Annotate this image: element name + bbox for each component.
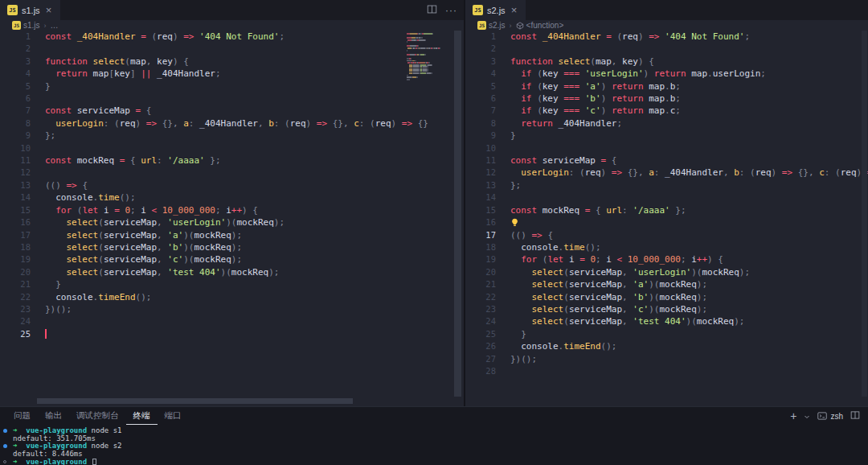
breadcrumb-item[interactable]: … — [51, 21, 59, 30]
line-number[interactable]: 2 — [0, 43, 31, 55]
line-number[interactable]: 10 — [0, 142, 31, 154]
line-number[interactable]: 14 — [0, 191, 31, 204]
code-line[interactable]: 5 if (key === 'a') return map.b; — [465, 80, 868, 93]
terminal-dropdown-icon[interactable] — [804, 409, 810, 423]
line-number[interactable]: 3 — [0, 56, 31, 68]
line-number[interactable]: 22 — [465, 291, 496, 303]
line-number[interactable]: 18 — [0, 241, 31, 253]
code-line[interactable]: 22 console.timeEnd(); — [0, 291, 464, 303]
code-line[interactable]: 19 for (let i = 0; i < 10_000_000; i++) … — [465, 253, 868, 265]
line-number[interactable]: 4 — [465, 68, 496, 80]
code-line[interactable]: 13}; — [465, 179, 868, 191]
line-number[interactable]: 5 — [465, 80, 496, 93]
code-line[interactable]: 23 select(serviceMap, 'c')(mockReq); — [465, 303, 868, 315]
line-number[interactable]: 7 — [465, 105, 496, 117]
code-line[interactable]: 16 select(serviceMap, 'userLogin')(mockR… — [0, 216, 464, 228]
breadcrumb-item[interactable]: JSs2.js — [477, 21, 506, 30]
lightbulb-icon[interactable] — [510, 218, 519, 227]
line-number[interactable]: 12 — [0, 167, 31, 179]
code-line[interactable]: 27})(); — [465, 353, 868, 365]
code-line[interactable]: 3function select(map, key) { — [465, 56, 868, 68]
panel-tab[interactable]: 问题 — [6, 407, 38, 425]
code-editor-s1[interactable]: 1const _404Handler = (req) => '404 Not F… — [0, 31, 464, 406]
line-number[interactable]: 1 — [465, 31, 496, 43]
code-line[interactable]: 10 — [0, 142, 464, 154]
code-line[interactable]: 10 — [465, 142, 868, 154]
terminal-instance-zsh[interactable]: zsh — [817, 411, 843, 421]
line-number[interactable]: 25 — [465, 328, 496, 340]
line-number[interactable]: 9 — [465, 130, 496, 142]
panel-tab[interactable]: 终端 — [126, 407, 158, 425]
vertical-scrollbar[interactable] — [454, 31, 461, 397]
command-decoration-icon[interactable] — [3, 429, 7, 433]
line-number[interactable]: 3 — [465, 56, 496, 68]
line-number[interactable]: 10 — [465, 142, 496, 154]
tab-s2js[interactable]: JS s2.js × — [465, 0, 526, 20]
line-number[interactable]: 20 — [0, 266, 31, 278]
line-number[interactable]: 24 — [465, 315, 496, 327]
line-number[interactable]: 9 — [0, 130, 31, 142]
line-number[interactable]: 24 — [0, 315, 31, 327]
code-line[interactable]: 4 if (key === 'userLogin') return map.us… — [465, 68, 868, 80]
code-line[interactable]: 3function select(map, key) { — [0, 56, 464, 68]
line-number[interactable]: 8 — [465, 117, 496, 130]
code-line[interactable]: 16 — [465, 216, 868, 228]
code-line[interactable]: 1const _404Handler = (req) => '404 Not F… — [0, 31, 464, 43]
code-line[interactable]: 15const mockReq = { url: '/aaaa' }; — [465, 204, 868, 216]
code-line[interactable]: 18 console.time(); — [465, 241, 868, 253]
line-number[interactable]: 26 — [465, 340, 496, 352]
code-line[interactable]: 8 userLogin: (req) => {}, a: _404Handler… — [0, 117, 464, 130]
line-number[interactable]: 7 — [0, 105, 31, 117]
horizontal-scrollbar[interactable] — [37, 398, 353, 404]
line-number[interactable]: 13 — [465, 179, 496, 191]
code-line[interactable]: 11const serviceMap = { — [465, 154, 868, 167]
breadcrumb-item[interactable]: JSs1.js — [12, 21, 40, 30]
code-line[interactable]: 26 console.timeEnd(); — [465, 340, 868, 352]
line-number[interactable]: 15 — [0, 204, 31, 216]
line-number[interactable]: 23 — [465, 303, 496, 315]
code-line[interactable]: 7 if (key === 'c') return map.c; — [465, 105, 868, 117]
command-decoration-icon[interactable] — [3, 460, 6, 463]
breadcrumb-item[interactable]: <function> — [516, 21, 564, 30]
line-number[interactable]: 17 — [465, 229, 496, 241]
panel-tab[interactable]: 调试控制台 — [69, 407, 126, 425]
panel-tab[interactable]: 端口 — [158, 407, 189, 425]
code-line[interactable]: 25 — [0, 328, 464, 340]
line-number[interactable]: 16 — [465, 216, 496, 228]
line-number[interactable]: 17 — [0, 229, 31, 241]
code-line[interactable]: 1const _404Handler = (req) => '404 Not F… — [465, 31, 868, 43]
code-line[interactable]: 24 — [0, 315, 464, 327]
code-line[interactable]: 15 for (let i = 0; i < 10_000_000; i++) … — [0, 204, 464, 216]
code-line[interactable]: 12 — [0, 167, 464, 179]
close-icon[interactable]: × — [510, 4, 519, 16]
code-line[interactable]: 13(() => { — [0, 179, 464, 191]
line-number[interactable]: 27 — [465, 353, 496, 365]
line-number[interactable]: 4 — [0, 68, 31, 80]
tab-s1js[interactable]: JS s1.js × — [0, 0, 60, 20]
code-line[interactable]: 9}; — [0, 130, 464, 142]
line-number[interactable]: 28 — [465, 365, 496, 377]
panel-tab[interactable]: 输出 — [38, 407, 69, 425]
line-number[interactable]: 6 — [465, 93, 496, 105]
code-line[interactable]: 25 } — [465, 328, 868, 340]
code-line[interactable]: 20 select(serviceMap, 'userLogin')(mockR… — [465, 266, 868, 278]
line-number[interactable]: 15 — [465, 204, 496, 216]
terminal-output[interactable]: ➜ vue-playground node s1ndefault: 351.70… — [0, 425, 868, 465]
more-actions-icon[interactable]: ··· — [445, 5, 457, 16]
code-line[interactable]: 2 — [465, 43, 868, 55]
line-number[interactable]: 21 — [465, 278, 496, 290]
code-line[interactable]: 4 return map[key] || _404Handler; — [0, 68, 464, 80]
code-line[interactable]: 6 — [0, 93, 464, 105]
line-number[interactable]: 16 — [0, 216, 31, 228]
line-number[interactable]: 21 — [0, 278, 31, 290]
code-line[interactable]: 9} — [465, 130, 868, 142]
line-number[interactable]: 18 — [465, 241, 496, 253]
line-number[interactable]: 2 — [465, 43, 496, 55]
minimap[interactable] — [407, 33, 440, 84]
line-number[interactable]: 11 — [0, 154, 31, 167]
line-number[interactable]: 19 — [465, 253, 496, 265]
code-line[interactable]: 8 return _404Handler; — [465, 117, 868, 130]
line-number[interactable]: 14 — [465, 191, 496, 204]
code-line[interactable]: 11const mockReq = { url: '/aaaa' }; — [0, 154, 464, 167]
line-number[interactable]: 5 — [0, 80, 31, 93]
